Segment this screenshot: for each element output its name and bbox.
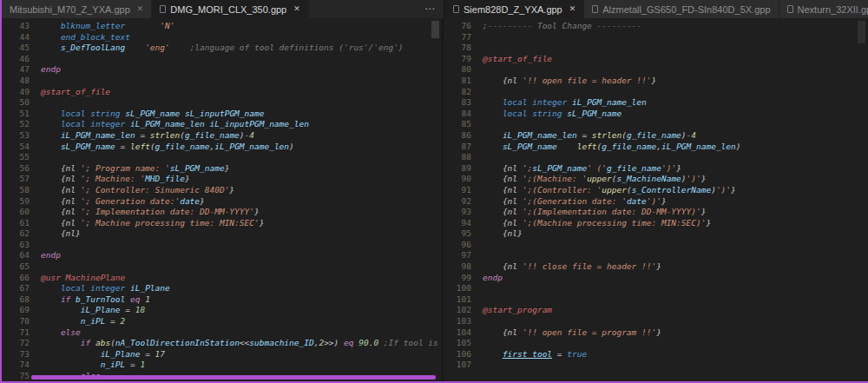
code-line: 101	[444, 294, 868, 306]
code-text[interactable]: iL_PGM_name_len = strlen(g_file_name)-4	[30, 130, 254, 142]
code-text[interactable]	[471, 294, 483, 306]
code-text[interactable]	[30, 76, 41, 87]
code-text[interactable]: iL_Plane = 17	[30, 349, 165, 360]
code-text[interactable]: sL_PGM_name left(g_file_name,iL_PGM_name…	[471, 142, 741, 153]
code-text[interactable]: {nl '; Generation date:'date}	[30, 196, 205, 208]
code-text[interactable]: {nl '; Implementation date: DD-MM-YYYY'}	[30, 207, 260, 218]
code-text[interactable]	[30, 54, 41, 65]
line-number: 78	[444, 43, 471, 54]
code-text[interactable]: {nl '!! close file = header !!'}	[471, 261, 661, 273]
line-number: 105	[444, 338, 471, 349]
editor-split: 43 blknum_letter 'N'44 end_block_text45 …	[2, 18, 868, 381]
code-text[interactable]: blknum_letter 'N'	[30, 21, 174, 32]
code-text[interactable]: first_tool = true	[471, 349, 587, 360]
line-number: 81	[444, 76, 471, 87]
code-text[interactable]: @start_of_file	[471, 54, 552, 65]
code-line: 58 {nl '; Controller: Sinumeric 840D'}	[2, 185, 442, 196]
code-area[interactable]: 43 blknum_letter 'N'44 end_block_text45 …	[2, 18, 442, 381]
code-text[interactable]: if abs(nA_ToolDirectionInStation<<submac…	[30, 338, 438, 349]
code-text[interactable]: {nl '; Machine processing time: MIN:SEC'…	[30, 218, 264, 229]
code-text[interactable]: n_iPL = 1	[30, 360, 145, 371]
tab-nexturn[interactable]: Nexturn_32XII.gpp	[779, 0, 868, 18]
code-text[interactable]: @usr MachinePlane	[30, 273, 125, 284]
line-number: 91	[444, 185, 471, 196]
line-number: 59	[2, 196, 30, 208]
code-text[interactable]: local integer iL_Plane	[30, 283, 170, 294]
code-text[interactable]: {nl ';(Generation date: 'date')'}	[471, 196, 667, 208]
tab-dmg-mori-clx-350[interactable]: DMG_MORI_CLX_350.gpp ✕	[152, 0, 308, 18]
editor-pane-right[interactable]: 76;--------- Tool Change ---------777879…	[444, 18, 868, 381]
code-text[interactable]: @start_program	[471, 305, 552, 316]
code-text[interactable]: endp	[30, 250, 61, 261]
scrollbar-vertical[interactable]	[858, 21, 865, 43]
code-text[interactable]: {nl '!! open file = header !!'}	[471, 76, 656, 87]
code-text[interactable]: {nl ';(Controller: 'upper(s_ControllerNa…	[471, 185, 736, 196]
code-text[interactable]: {nl '; Machine: 'MHD_file}	[30, 174, 190, 185]
code-text[interactable]	[471, 119, 483, 130]
code-text[interactable]: {nl ';(Machine processing time: MIN:SEC)…	[471, 218, 711, 229]
code-text[interactable]	[471, 316, 483, 327]
code-text[interactable]	[471, 283, 483, 294]
code-text[interactable]: local integer iL_PGM_name_len	[471, 97, 647, 109]
code-text[interactable]: {nl ';sL_PGM_name' ('g_file_name')'}	[471, 163, 681, 175]
line-number: 43	[2, 21, 30, 32]
line-number: 83	[444, 97, 471, 109]
code-text[interactable]: local integer iL_PGM_name_len iL_inputPG…	[30, 119, 309, 130]
code-text[interactable]: iL_PGM_name_len = strlen(g_file_name)-4	[471, 130, 696, 142]
line-number: 68	[2, 294, 30, 306]
editor-pane-left[interactable]: 43 blknum_letter 'N'44 end_block_text45 …	[2, 18, 444, 381]
code-text[interactable]: {nl ';(Implementation date: DD-MM-YYYY)'…	[471, 207, 706, 218]
tab-alzmetall[interactable]: Alzmetall_GS650_FD-SIn840D_5X.gpp	[584, 0, 779, 18]
code-text[interactable]: iL_Plane = 18	[30, 305, 145, 316]
code-text[interactable]	[30, 240, 41, 251]
close-icon[interactable]: ✕	[569, 5, 576, 13]
code-text[interactable]: endp	[30, 64, 61, 76]
code-text[interactable]	[30, 97, 41, 109]
code-text[interactable]: {nl}	[30, 228, 81, 240]
code-text[interactable]: {nl ';(Machine: 'upper(s_MachineName)')'…	[471, 174, 706, 185]
code-line: 97	[444, 250, 868, 261]
scrollbar-vertical[interactable]	[431, 21, 439, 38]
code-line: 105	[444, 338, 868, 349]
code-text[interactable]: {nl '!! open file = program !!'}	[471, 327, 661, 339]
scrollbar-horizontal[interactable]	[31, 375, 436, 380]
code-text[interactable]: end_block_text	[30, 32, 130, 43]
tab-label: Nexturn_32XII.gpp	[798, 4, 868, 15]
code-text[interactable]	[471, 360, 483, 371]
code-text[interactable]	[471, 64, 483, 76]
code-text[interactable]: @start_of_file	[30, 87, 110, 98]
code-text[interactable]	[30, 152, 41, 163]
code-line: 66@usr MachinePlane	[2, 273, 442, 284]
tab-mitsubishi-m70[interactable]: Mitsubishi_M70_Z_YXA.gpp ✕	[2, 0, 152, 18]
close-icon[interactable]: ✕	[137, 5, 144, 13]
code-text[interactable]	[471, 240, 483, 251]
code-text[interactable]	[471, 32, 483, 43]
code-text[interactable]: {nl}	[471, 228, 523, 240]
code-line: 71 else	[2, 327, 442, 339]
code-text[interactable]: n_iPL = 2	[30, 316, 125, 327]
code-text[interactable]	[471, 250, 483, 261]
code-text[interactable]: if b_TurnTool eq 1	[30, 294, 150, 306]
line-number: 74	[2, 360, 30, 371]
close-icon[interactable]: ✕	[293, 5, 300, 13]
code-text[interactable]	[471, 152, 483, 163]
code-text[interactable]	[30, 261, 41, 273]
code-text[interactable]: ;--------- Tool Change ---------	[471, 21, 641, 32]
more-actions-icon[interactable]: ⋯	[416, 0, 444, 18]
code-text[interactable]: {nl '; Program name: 'sL_PGM_name}	[30, 163, 229, 175]
code-text[interactable]	[471, 87, 483, 98]
code-area[interactable]: 76;--------- Tool Change ---------777879…	[444, 18, 868, 371]
code-text[interactable]: sL_PGM_name = left(g_file_name,iL_PGM_na…	[30, 142, 294, 153]
line-number: 60	[2, 207, 30, 218]
code-text[interactable]: local string sL_PGM_name	[471, 109, 621, 120]
code-text[interactable]: else	[30, 327, 81, 339]
file-icon	[787, 5, 793, 13]
code-text[interactable]	[471, 43, 483, 54]
code-line: 63	[2, 240, 442, 251]
code-text[interactable]: {nl '; Controller: Sinumeric 840D'}	[30, 185, 234, 196]
code-text[interactable]	[471, 338, 483, 349]
tab-siem828d[interactable]: Siem828D_Z_YXA.gpp ✕	[445, 0, 584, 18]
code-text[interactable]: s_DefToolLang 'eng' ;language of tool de…	[30, 43, 404, 54]
code-text[interactable]: endp	[471, 273, 503, 284]
code-text[interactable]: local string sL_PGM_name sL_inputPGM_nam…	[30, 109, 264, 120]
